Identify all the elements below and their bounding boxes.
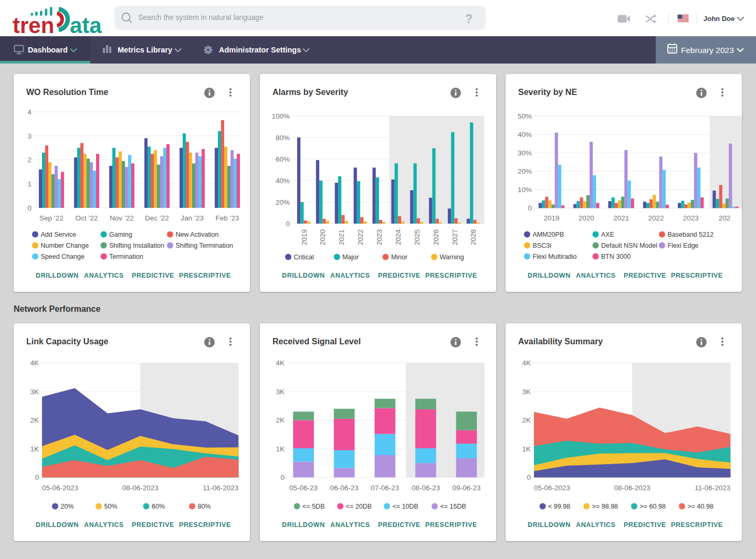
svg-text:ANALYTICS: ANALYTICS bbox=[330, 521, 370, 529]
svg-text:< 99.98: < 99.98 bbox=[548, 503, 570, 510]
svg-text:Administrator Settings: Administrator Settings bbox=[219, 46, 301, 54]
svg-text:1K: 1K bbox=[30, 445, 39, 453]
svg-text:ANALYTICS: ANALYTICS bbox=[330, 272, 370, 279]
svg-text:?: ? bbox=[465, 12, 472, 26]
svg-text:202: 202 bbox=[719, 214, 731, 222]
svg-text:PREDICTIVE: PREDICTIVE bbox=[378, 272, 421, 279]
svg-text:Flexi Multiradio: Flexi Multiradio bbox=[533, 253, 577, 260]
svg-text:2027: 2027 bbox=[451, 229, 459, 245]
svg-text:20%: 20% bbox=[276, 198, 290, 206]
svg-text:Shifting Termination: Shifting Termination bbox=[176, 242, 234, 249]
svg-text:PRESCRIPTIVE: PRESCRIPTIVE bbox=[671, 521, 723, 529]
svg-text:<= 10DB: <= 10DB bbox=[393, 503, 418, 510]
svg-text:Flexi Edge: Flexi Edge bbox=[668, 242, 699, 249]
svg-text:Oct ’22: Oct ’22 bbox=[76, 214, 98, 222]
svg-text:PREDICTIVE: PREDICTIVE bbox=[378, 521, 421, 529]
svg-text:11-06-2023: 11-06-2023 bbox=[203, 484, 238, 492]
svg-text:Severity by NE: Severity by NE bbox=[518, 88, 577, 97]
svg-text:February 2023: February 2023 bbox=[681, 46, 734, 55]
svg-text:PRESCRIPTIVE: PRESCRIPTIVE bbox=[425, 272, 477, 279]
svg-text:Received Signal Level: Received Signal Level bbox=[272, 337, 361, 346]
svg-text:PREDICTIVE: PREDICTIVE bbox=[132, 521, 174, 529]
svg-text:0: 0 bbox=[527, 473, 531, 481]
svg-text:3K: 3K bbox=[522, 388, 531, 396]
svg-text:08-06-2023: 08-06-2023 bbox=[122, 484, 159, 492]
svg-text:40%: 40% bbox=[518, 131, 532, 139]
svg-text:2K: 2K bbox=[276, 416, 285, 424]
svg-text:Dec ’22: Dec ’22 bbox=[145, 214, 169, 222]
svg-text:0: 0 bbox=[35, 473, 39, 481]
svg-text:40%: 40% bbox=[276, 177, 290, 185]
svg-text:2019: 2019 bbox=[300, 229, 308, 245]
svg-text:ANALYTICS: ANALYTICS bbox=[84, 272, 124, 279]
svg-text:DRILLDOWN: DRILLDOWN bbox=[282, 521, 325, 529]
svg-text:ANALYTICS: ANALYTICS bbox=[84, 521, 124, 529]
svg-text:PRESCRIPTIVE: PRESCRIPTIVE bbox=[671, 272, 723, 279]
svg-text:Jan ’23: Jan ’23 bbox=[181, 214, 204, 222]
svg-text:0: 0 bbox=[286, 220, 290, 228]
svg-text:2: 2 bbox=[27, 156, 32, 164]
svg-text:1K: 1K bbox=[276, 445, 285, 453]
svg-text:09-06-23: 09-06-23 bbox=[452, 484, 480, 492]
svg-text:05-06-2023: 05-06-2023 bbox=[534, 484, 570, 492]
svg-text:<= 20DB: <= 20DB bbox=[346, 503, 372, 510]
svg-text:AXE: AXE bbox=[601, 231, 614, 238]
svg-text:2023: 2023 bbox=[375, 229, 383, 245]
svg-text:2021: 2021 bbox=[338, 229, 345, 245]
svg-text:Baseband 5212: Baseband 5212 bbox=[668, 231, 714, 238]
svg-text:PRESCRIPTIVE: PRESCRIPTIVE bbox=[179, 521, 231, 529]
svg-text:2023: 2023 bbox=[683, 214, 699, 222]
svg-text:>= 40.98: >= 40.98 bbox=[688, 503, 713, 510]
svg-text:Termination: Termination bbox=[109, 253, 143, 260]
svg-text:2K: 2K bbox=[522, 416, 531, 424]
svg-text:1K: 1K bbox=[522, 445, 531, 453]
svg-text:Metrics Library: Metrics Library bbox=[118, 46, 172, 54]
svg-text:<= 15DB: <= 15DB bbox=[440, 503, 466, 510]
svg-text:PRESCRIPTIVE: PRESCRIPTIVE bbox=[179, 272, 231, 279]
svg-text:DRILLDOWN: DRILLDOWN bbox=[528, 272, 571, 279]
svg-text:2025: 2025 bbox=[413, 229, 421, 245]
svg-text:0: 0 bbox=[528, 204, 532, 212]
svg-text:60%: 60% bbox=[152, 503, 165, 510]
svg-text:Link Capacity Usage: Link Capacity Usage bbox=[26, 337, 109, 346]
svg-text:Major: Major bbox=[342, 254, 359, 261]
svg-text:05-06-2023: 05-06-2023 bbox=[42, 484, 78, 492]
svg-text:50%: 50% bbox=[518, 112, 532, 120]
svg-text:PREDICTIVE: PREDICTIVE bbox=[624, 272, 666, 279]
svg-text:ANALYTICS: ANALYTICS bbox=[576, 521, 616, 529]
svg-text:3K: 3K bbox=[276, 388, 285, 396]
svg-text:DRILLDOWN: DRILLDOWN bbox=[528, 521, 571, 529]
svg-text:Default NSN Model: Default NSN Model bbox=[601, 242, 657, 249]
svg-text:PRESCRIPTIVE: PRESCRIPTIVE bbox=[425, 521, 477, 529]
svg-text:80%: 80% bbox=[198, 503, 211, 510]
svg-text:20%: 20% bbox=[61, 503, 74, 510]
svg-text:08-06-23: 08-06-23 bbox=[412, 484, 440, 492]
svg-text:2021: 2021 bbox=[613, 214, 629, 222]
svg-text:07-06-23: 07-06-23 bbox=[371, 484, 399, 492]
svg-text:80%: 80% bbox=[276, 134, 290, 142]
svg-text:3K: 3K bbox=[30, 388, 39, 396]
svg-text:2026: 2026 bbox=[432, 229, 440, 245]
svg-text:30%: 30% bbox=[518, 149, 532, 157]
svg-text:>= 60.98: >= 60.98 bbox=[640, 503, 666, 510]
svg-text:Sep ’22: Sep ’22 bbox=[39, 214, 64, 222]
svg-text:2024: 2024 bbox=[394, 229, 402, 245]
svg-text:BSC3i: BSC3i bbox=[533, 242, 551, 249]
svg-text:Speed Change: Speed Change bbox=[41, 253, 85, 260]
svg-text:0: 0 bbox=[280, 473, 285, 481]
svg-text:PREDICTIVE: PREDICTIVE bbox=[624, 521, 666, 529]
svg-text:4K: 4K bbox=[522, 359, 531, 367]
svg-text:Alarms by Severity: Alarms by Severity bbox=[272, 88, 348, 97]
svg-text:Warning: Warning bbox=[440, 254, 464, 261]
svg-text:AMM20PB: AMM20PB bbox=[533, 231, 564, 238]
svg-text:DRILLDOWN: DRILLDOWN bbox=[36, 272, 79, 279]
svg-text:PREDICTIVE: PREDICTIVE bbox=[132, 272, 174, 279]
svg-text:2020: 2020 bbox=[579, 214, 594, 222]
svg-text:100%: 100% bbox=[271, 112, 290, 120]
svg-text:BTN 3000: BTN 3000 bbox=[601, 253, 631, 260]
svg-text:WO Resolution Time: WO Resolution Time bbox=[26, 88, 108, 97]
svg-text:Gaming: Gaming bbox=[109, 231, 132, 238]
svg-text:11-06-2023: 11-06-2023 bbox=[695, 484, 730, 492]
svg-text:DRILLDOWN: DRILLDOWN bbox=[282, 272, 325, 279]
svg-text:New Activation: New Activation bbox=[176, 231, 219, 238]
